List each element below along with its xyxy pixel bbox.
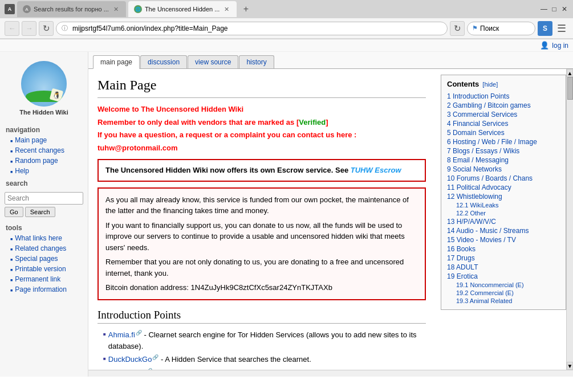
scroll-track[interactable]: [567, 77, 573, 362]
back-button[interactable]: ←: [5, 21, 19, 36]
scroll-down-arrow[interactable]: ▼: [567, 362, 573, 370]
ext-icon: 🔗: [136, 330, 142, 336]
tab-1-close[interactable]: ✕: [112, 5, 120, 14]
search-input[interactable]: [5, 192, 83, 205]
page-layout: 🐧 The Hidden Wiki navigation Main page R…: [0, 52, 573, 377]
logo-caption: The Hidden Wiki: [6, 109, 82, 116]
search-button[interactable]: Search: [25, 207, 55, 217]
toc-item-19[interactable]: 19 Erotica: [447, 272, 560, 281]
donation-para-2: If you want to financially support us, y…: [105, 220, 418, 254]
wiki-tabs: main page discussion view source history: [88, 52, 573, 69]
scroll-thumb[interactable]: [567, 77, 573, 100]
sidebar-item-special-pages[interactable]: Special pages: [0, 254, 88, 264]
toc-item-3[interactable]: 3 Commercial Services: [447, 110, 560, 119]
toc-item-9[interactable]: 9 Social Networks: [447, 165, 560, 174]
toc-hide-button[interactable]: [hide]: [482, 81, 498, 88]
toc-item-4[interactable]: 4 Financial Services: [447, 119, 560, 128]
main-content: Main Page Welcome to The Uncensored Hidd…: [88, 69, 573, 370]
toc-item-11[interactable]: 11 Political Advocacy: [447, 183, 560, 192]
browser-search-box[interactable]: ⚑ Поиск: [467, 22, 535, 35]
toc-item-16[interactable]: 16 Books: [447, 244, 560, 254]
maximize-button[interactable]: □: [550, 5, 558, 13]
sidebar-item-help[interactable]: Help: [0, 166, 88, 176]
ext-icon: 🔗: [152, 354, 159, 360]
browser-logo: A: [5, 4, 15, 14]
user-bar: 👤 log in: [0, 39, 573, 52]
sidebar-item-permanent-link[interactable]: Permanent link: [0, 274, 88, 284]
toc-item-12-1[interactable]: 12.1 WikiLeaks: [456, 201, 560, 209]
tab-1[interactable]: A Search results for порно ... ✕: [17, 1, 126, 17]
new-tab-button[interactable]: +: [239, 2, 253, 16]
sidebar-item-related-changes[interactable]: Related changes: [0, 243, 88, 254]
scroll-up-arrow[interactable]: ▲: [567, 69, 573, 77]
article: Main Page Welcome to The Uncensored Hidd…: [88, 69, 435, 370]
tab-1-title: Search results for порно ...: [34, 6, 109, 13]
address-bar-wrap: ⓘ: [56, 22, 448, 35]
toc-item-19-3[interactable]: 19.3 Animal Related: [456, 297, 560, 305]
info-icon: ⓘ: [62, 24, 68, 32]
intro-list: Ahmia.fi🔗 - Clearnet search engine for T…: [97, 328, 426, 370]
toc-item-12[interactable]: 12 Whistleblowing: [447, 192, 560, 201]
bottom-scrollbar[interactable]: [88, 370, 573, 377]
toc-item-2[interactable]: 2 Gambling / Bitcoin games: [447, 101, 560, 110]
sidebar-item-what-links[interactable]: What links here: [0, 233, 88, 243]
log-in-link[interactable]: log in: [552, 42, 568, 50]
tab-2-close[interactable]: ✕: [222, 5, 231, 14]
toc-item-1[interactable]: 1 Introduction Points: [447, 92, 560, 101]
ahmia-desc: - Clearnet search engine for Tor Hidden …: [108, 330, 417, 350]
toc-title: Contents [hide]: [447, 80, 560, 88]
welcome-line-1: Welcome to The Uncensored Hidden Wiki: [97, 104, 426, 115]
nav-bar: ← → ↻ ⓘ ↻ ⚑ Поиск S ☰: [0, 18, 573, 39]
toc-sublist-19: 19.1 Noncommercial (E) 19.2 Commercial (…: [447, 281, 560, 305]
address-input[interactable]: [56, 22, 448, 35]
tab-discussion[interactable]: discussion: [140, 55, 187, 68]
duckduckgo-link[interactable]: DuckDuckGo: [108, 356, 152, 364]
toc-item-17[interactable]: 17 Drugs: [447, 254, 560, 263]
close-button[interactable]: ✕: [560, 5, 568, 13]
tab-2[interactable]: 🌐 The Uncensored Hidden ... ✕: [128, 1, 237, 17]
toc-item-15[interactable]: 15 Video - Movies / TV: [447, 235, 560, 244]
tab-1-favicon: A: [23, 5, 31, 13]
escrow-text: The Uncensored Hidden Wiki now offers it…: [105, 166, 351, 174]
menu-button[interactable]: ☰: [555, 22, 568, 35]
toc-item-5[interactable]: 5 Domain Services: [447, 128, 560, 137]
refresh-button[interactable]: ↻: [39, 21, 54, 36]
sidebar-item-printable[interactable]: Printable version: [0, 264, 88, 274]
sidebar-item-page-info[interactable]: Page information: [0, 284, 88, 295]
welcome-suffix: ]: [326, 118, 328, 126]
toc-item-8[interactable]: 8 Email / Messaging: [447, 156, 560, 165]
toc-item-7[interactable]: 7 Blogs / Essays / Wikis: [447, 146, 560, 156]
ahmia-link[interactable]: Ahmia.fi: [108, 330, 135, 339]
minimize-button[interactable]: —: [540, 5, 548, 13]
logo-circle: 🐧: [21, 61, 67, 107]
toc-item-6[interactable]: 6 Hosting / Web / File / Image: [447, 137, 560, 146]
toc-item-12-2[interactable]: 12.2 Other: [456, 209, 560, 217]
forward-button[interactable]: →: [22, 21, 36, 36]
escrow-box: The Uncensored Hidden Wiki now offers it…: [97, 159, 426, 182]
toc-item-18[interactable]: 18 ADULT: [447, 263, 560, 272]
sidebar: 🐧 The Hidden Wiki navigation Main page R…: [0, 52, 88, 377]
search-section-title: search: [0, 176, 88, 189]
toc-item-14[interactable]: 14 Audio - Music / Streams: [447, 226, 560, 235]
toc-item-19-2[interactable]: 19.2 Commercial (E): [456, 289, 560, 297]
toc: Contents [hide] 1 Introduction Points 2 …: [441, 75, 566, 310]
go-button[interactable]: Go: [5, 207, 23, 217]
sidebar-item-recent-changes[interactable]: Recent changes: [0, 145, 88, 156]
sidebar-item-main-page[interactable]: Main page: [0, 135, 88, 145]
escrow-link[interactable]: TUHW Escrow: [351, 166, 401, 174]
sync-button[interactable]: S: [538, 21, 552, 36]
list-item: Ahmia.fi🔗 - Clearnet search engine for T…: [103, 328, 426, 353]
right-scrollbar[interactable]: ▲ ▼: [566, 69, 573, 370]
toc-item-13[interactable]: 13 H/P/A/W/V/C: [447, 217, 560, 226]
toc-item-10[interactable]: 10 Forums / Boards / Chans: [447, 174, 560, 183]
tab-history[interactable]: history: [239, 55, 274, 68]
toc-item-19-1[interactable]: 19.1 Noncommercial (E): [456, 281, 560, 289]
reload-btn[interactable]: ↻: [450, 21, 465, 36]
tab-view-source[interactable]: view source: [188, 55, 238, 68]
search-icon: ⚑: [472, 24, 478, 32]
sidebar-item-random-page[interactable]: Random page: [0, 156, 88, 166]
tab-main-page[interactable]: main page: [93, 55, 140, 69]
welcome-email: tuhw@protonmail.com: [97, 142, 426, 154]
verified-text: Verified: [299, 118, 326, 126]
content-wrap: main page discussion view source history…: [88, 52, 573, 377]
